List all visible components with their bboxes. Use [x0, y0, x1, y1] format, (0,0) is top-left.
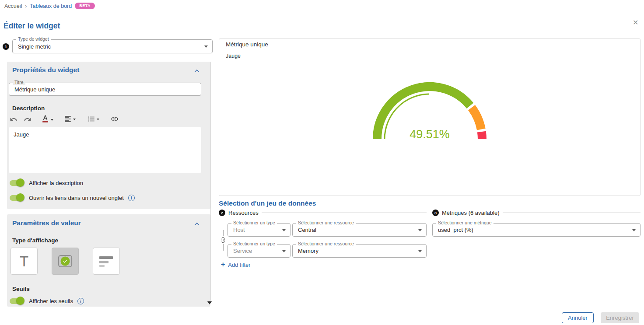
chevron-down-icon	[97, 119, 99, 120]
close-icon[interactable]: ✕	[632, 17, 639, 28]
resource-type-value: Host	[233, 227, 245, 233]
gauge-chart: 49.51%	[364, 80, 495, 143]
switch-on	[9, 193, 24, 202]
title-input-value: Métrique unique	[14, 86, 55, 93]
left-panel-scrollbar[interactable]	[210, 62, 211, 301]
description-label: Description	[12, 105, 45, 112]
value-settings-title: Paramètres de valeur	[12, 219, 81, 227]
toggle-show-description[interactable]: Afficher la description	[9, 178, 83, 187]
chevron-down-icon	[418, 229, 422, 231]
toggle-show-description-label: Afficher la description	[29, 180, 83, 186]
toggle-show-thresholds-label: Afficher les seuils	[29, 298, 73, 304]
breadcrumb-home-link[interactable]: Accueil	[4, 3, 22, 9]
collapse-properties-chevron-icon[interactable]	[192, 66, 201, 77]
step-1-badge: 1	[3, 43, 9, 50]
thresholds-label: Seuils	[12, 286, 30, 292]
resource-value: Memory	[298, 248, 318, 254]
description-editor[interactable]: Jauge	[9, 127, 201, 173]
chevron-down-icon	[204, 45, 208, 48]
add-filter-label: Add filter	[228, 262, 250, 268]
info-icon[interactable]: i	[77, 298, 84, 304]
title-input[interactable]: Titre Métrique unique	[9, 83, 201, 96]
metric-value: used_prct (%)	[438, 227, 473, 233]
chevron-down-icon	[418, 250, 422, 252]
text-color-icon[interactable]	[41, 114, 53, 123]
metric-value-wrap: used_prct (%)	[438, 227, 474, 234]
resources-label: Ressources	[228, 210, 259, 216]
list-format-icon[interactable]	[88, 115, 99, 123]
info-icon[interactable]: i	[128, 195, 135, 201]
redo-icon[interactable]	[24, 115, 32, 123]
dashboard-widget-editor: Accueil › Tableaux de bord BETA Éditer l…	[0, 0, 644, 325]
chevron-down-icon	[282, 229, 286, 231]
scroll-down-arrow-icon[interactable]	[207, 301, 212, 304]
breadcrumb-dashboards-link[interactable]: Tableaux de bord	[30, 3, 72, 9]
resource-link-bracket	[223, 230, 224, 236]
resource-link-bracket	[223, 244, 224, 251]
link-rows-icon[interactable]	[220, 237, 227, 244]
chevron-down-icon	[632, 229, 636, 231]
metric-select[interactable]: Sélectionner une métrique used_prct (%)	[432, 223, 640, 237]
dataset-title: Sélection d'un jeu de données	[219, 199, 316, 207]
resource-floating-label: Sélectionner une ressource	[296, 220, 356, 225]
toggle-open-links-label: Ouvrir les liens dans un nouvel onglet	[29, 195, 124, 201]
selected-check-icon	[61, 257, 70, 266]
resource-select-1[interactable]: Sélectionner une ressource Central	[292, 223, 427, 237]
title-input-floating-label: Titre	[13, 80, 25, 85]
step-3-badge: 3	[432, 210, 439, 216]
preview-description: Jauge	[226, 53, 241, 59]
switch-on	[9, 178, 24, 187]
metrics-label: Métriques (6 available)	[442, 210, 500, 216]
collapse-value-settings-chevron-icon[interactable]	[192, 220, 201, 230]
widget-type-floating-label: Type de widget	[16, 37, 51, 42]
resource-select-2[interactable]: Sélectionner une ressource Memory	[292, 244, 427, 258]
insert-link-icon[interactable]	[110, 115, 119, 123]
resource-type-floating-label: Sélectionner un type	[231, 220, 277, 225]
chevron-down-icon	[73, 119, 76, 120]
text-align-icon[interactable]	[64, 115, 76, 123]
display-type-text-button[interactable]: T	[10, 248, 38, 275]
resource-type-select-2[interactable]: Sélectionner un type Service	[228, 244, 290, 258]
resource-value: Central	[298, 227, 316, 233]
resource-type-value: Service	[233, 248, 252, 254]
widget-type-value: Single metric	[18, 43, 51, 50]
display-type-gauge-button[interactable]	[52, 248, 79, 275]
resources-legend: 2 Ressources	[219, 209, 427, 216]
resource-floating-label: Sélectionner une ressource	[296, 241, 356, 246]
switch-on	[9, 297, 24, 305]
display-type-label: Type d'affichage	[12, 237, 58, 244]
divider	[262, 213, 427, 213]
text-cursor	[474, 227, 474, 233]
page-title: Éditer le widget	[4, 21, 60, 31]
properties-panel-title: Propriétés du widget	[12, 66, 79, 74]
breadcrumb-separator-icon: ›	[25, 3, 27, 9]
metrics-legend: 3 Métriques (6 available)	[432, 209, 640, 216]
toggle-open-links[interactable]: Ouvrir les liens dans un nouvel onglet i	[9, 193, 135, 202]
breadcrumb: Accueil › Tableaux de bord BETA	[4, 3, 95, 9]
resource-type-select-1[interactable]: Sélectionner un type Host	[228, 223, 290, 237]
chevron-down-icon	[282, 250, 286, 252]
divider	[503, 213, 640, 213]
text-display-icon: T	[20, 254, 28, 269]
plus-icon: +	[221, 261, 225, 268]
undo-icon[interactable]	[10, 115, 18, 123]
widget-type-select[interactable]: Type de widget Single metric	[12, 39, 213, 53]
bars-display-icon	[99, 255, 114, 267]
resource-type-floating-label: Sélectionner un type	[231, 241, 277, 246]
beta-badge: BETA	[75, 3, 95, 9]
cancel-button[interactable]: Annuler	[562, 312, 594, 323]
preview-title: Métrique unique	[226, 41, 268, 48]
svg-text:49.51%: 49.51%	[410, 128, 450, 141]
toggle-show-thresholds[interactable]: Afficher les seuils i	[9, 297, 84, 305]
add-filter-button[interactable]: + Add filter	[221, 261, 251, 268]
step-2-badge: 2	[219, 210, 225, 216]
display-type-bars-button[interactable]	[93, 248, 120, 275]
metric-floating-label: Sélectionner une métrique	[436, 220, 494, 225]
save-button[interactable]: Enregistrer	[601, 312, 639, 323]
chevron-down-icon	[51, 119, 53, 121]
